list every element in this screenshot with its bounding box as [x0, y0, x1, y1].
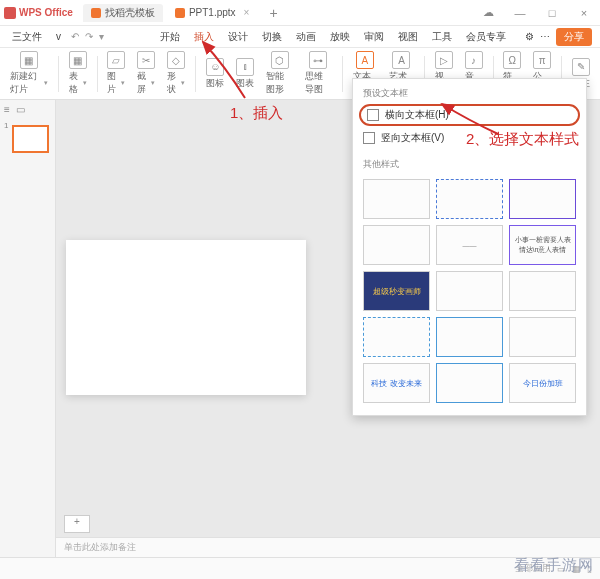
tb-chart[interactable]: ⫾图表: [232, 58, 258, 90]
style-card-13[interactable]: 科技 改变未来: [363, 363, 430, 403]
style-card-11[interactable]: [436, 317, 503, 357]
cloud-icon[interactable]: ☁: [476, 6, 500, 19]
menu-slideshow[interactable]: 放映: [326, 28, 354, 46]
slide-thumbnail-1[interactable]: [12, 125, 49, 153]
tb-smartart[interactable]: ⬡智能图形: [262, 51, 297, 96]
wps-logo-icon: [4, 7, 16, 19]
status-bar: 全部应用 ▭ ▦ ▯: [0, 557, 600, 579]
maximize-button[interactable]: □: [540, 7, 564, 19]
save-icon[interactable]: ▾: [99, 31, 104, 42]
ppt-tab-icon: [175, 8, 185, 18]
share-button[interactable]: 分享: [556, 28, 592, 46]
outline-view-icon[interactable]: ≡: [4, 104, 10, 115]
menu-insert[interactable]: 插入: [190, 28, 218, 46]
tb-screenshot[interactable]: ✂截屏: [133, 51, 159, 96]
dd-horizontal-textbox[interactable]: 横向文本框(H): [359, 104, 580, 126]
tab-ppt1[interactable]: PPT1.pptx ×: [167, 4, 258, 22]
titlebar: WPS Office 找稻壳模板 PPT1.pptx × + ☁ — □ ×: [0, 0, 600, 26]
vertical-textbox-icon: [363, 132, 375, 144]
undo-icon[interactable]: ↶: [71, 31, 79, 42]
tb-picture[interactable]: ▱图片: [103, 51, 129, 96]
menu-caret[interactable]: v: [52, 29, 65, 44]
dd-item-label: 竖向文本框(V): [381, 131, 444, 145]
menu-animation[interactable]: 动画: [292, 28, 320, 46]
textbox-style-grid: —— 小事一桩需要人表情达\n意人表情 超级秒变画师 科技 改变未来 今日份加班: [353, 173, 586, 409]
slide-number: 1: [4, 121, 8, 130]
template-tab-icon: [91, 8, 101, 18]
redo-icon[interactable]: ↷: [85, 31, 93, 42]
add-slide-button[interactable]: +: [64, 515, 90, 533]
textbox-dropdown: 预设文本框 横向文本框(H) 竖向文本框(V) 其他样式 —— 小事一桩需要人表…: [352, 78, 587, 416]
thumbnail-view-icon[interactable]: ▭: [16, 104, 25, 115]
tab-close-icon[interactable]: ×: [244, 7, 250, 18]
menu-file[interactable]: 三文件: [8, 28, 46, 46]
window-controls: ☁ — □ ×: [476, 6, 596, 19]
menu-bar: 三文件 v ↶ ↷ ▾ 开始 插入 设计 切换 动画 放映 审阅 视图 工具 会…: [0, 26, 600, 48]
dd-vertical-textbox[interactable]: 竖向文本框(V): [353, 128, 586, 148]
search-icon[interactable]: ⚙: [525, 31, 534, 42]
style-card-12[interactable]: [509, 317, 576, 357]
style-card-3[interactable]: [509, 179, 576, 219]
style-card-1[interactable]: [363, 179, 430, 219]
minimize-button[interactable]: —: [508, 7, 532, 19]
notes-placeholder[interactable]: 单击此处添加备注: [56, 537, 600, 557]
tb-new-slide[interactable]: ▦新建幻灯片: [6, 51, 52, 96]
document-tabs: 找稻壳模板 PPT1.pptx ×: [83, 4, 258, 22]
menu-transition[interactable]: 切换: [258, 28, 286, 46]
style-card-2[interactable]: [436, 179, 503, 219]
new-tab-button[interactable]: +: [263, 5, 283, 21]
slide-canvas[interactable]: [66, 240, 306, 395]
menu-design[interactable]: 设计: [224, 28, 252, 46]
dd-item-label: 横向文本框(H): [385, 108, 449, 122]
dd-other-title: 其他样式: [353, 156, 586, 173]
close-button[interactable]: ×: [572, 7, 596, 19]
style-card-5[interactable]: ——: [436, 225, 503, 265]
horizontal-textbox-icon: [367, 109, 379, 121]
style-card-15[interactable]: 今日份加班: [509, 363, 576, 403]
style-card-8[interactable]: [436, 271, 503, 311]
menu-tools[interactable]: 工具: [428, 28, 456, 46]
menu-member[interactable]: 会员专享: [462, 28, 510, 46]
tab-label: PPT1.pptx: [189, 7, 236, 18]
watermark: 看看手游网: [514, 556, 594, 575]
app-name: WPS Office: [19, 7, 73, 18]
tab-templates[interactable]: 找稻壳模板: [83, 4, 163, 22]
dd-preset-title: 预设文本框: [353, 85, 586, 102]
menu-view[interactable]: 视图: [394, 28, 422, 46]
style-card-6[interactable]: 小事一桩需要人表情达\n意人表情: [509, 225, 576, 265]
style-card-9[interactable]: [509, 271, 576, 311]
tb-icons[interactable]: ☺图标: [202, 58, 228, 90]
slide-panel: ≡ ▭ 1: [0, 100, 56, 557]
style-card-4[interactable]: [363, 225, 430, 265]
app-logo: WPS Office: [4, 7, 73, 19]
style-card-10[interactable]: [363, 317, 430, 357]
tb-shape[interactable]: ◇形状: [163, 51, 189, 96]
tab-label: 找稻壳模板: [105, 6, 155, 20]
menu-start[interactable]: 开始: [156, 28, 184, 46]
menu-review[interactable]: 审阅: [360, 28, 388, 46]
tb-table[interactable]: ▦表格: [65, 51, 91, 96]
bell-icon[interactable]: ⋯: [540, 31, 550, 42]
tb-mindmap[interactable]: ⊶思维导图: [301, 51, 336, 96]
style-card-14[interactable]: [436, 363, 503, 403]
style-card-7[interactable]: 超级秒变画师: [363, 271, 430, 311]
